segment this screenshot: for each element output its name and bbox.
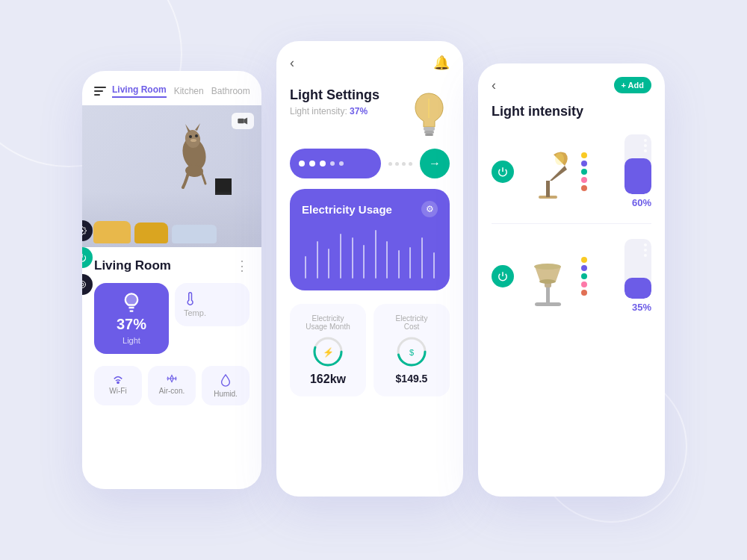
options-menu[interactable]: ⋮: [235, 258, 249, 274]
light-icon: [121, 292, 142, 313]
aircon-card[interactable]: Air-con.: [148, 366, 196, 405]
light-intensity-title: Light intensity: [478, 101, 665, 128]
slider-dot-v: [644, 254, 647, 257]
video-button[interactable]: [232, 113, 254, 129]
electricity-settings-icon[interactable]: ⚙: [421, 201, 438, 217]
svg-point-9: [190, 139, 196, 142]
lamp1-fill: [624, 158, 651, 194]
color-yellow[interactable]: [581, 257, 587, 263]
slider-dot: [309, 161, 315, 167]
lamp2-percentage: 35%: [632, 302, 651, 313]
lamp-item-1: 60%: [478, 128, 665, 214]
phone-light-intensity: ‹ + Add Light intensity: [478, 63, 665, 497]
temp-control-card[interactable]: Temp.: [175, 283, 249, 326]
phone2-header: ‹ 🔔: [276, 41, 463, 78]
aircon-label: Air-con.: [159, 387, 185, 395]
color-yellow[interactable]: [581, 152, 587, 158]
svg-marker-5: [185, 124, 190, 132]
cost-stat-card: ElectricityCost $ $149.5: [374, 304, 450, 396]
tab-bathroom[interactable]: Bathroom: [211, 86, 249, 96]
svg-point-0: [82, 230, 84, 232]
lamp1-vertical-slider[interactable]: [624, 134, 651, 194]
slider-dot: [299, 161, 305, 167]
color-red[interactable]: [581, 290, 587, 296]
indicator-dot: [395, 162, 399, 166]
svg-point-7: [189, 135, 192, 138]
camera-side-button[interactable]: [82, 274, 93, 295]
back-button-3[interactable]: ‹: [492, 78, 496, 93]
menu-icon[interactable]: [94, 87, 106, 96]
svg-point-32: [534, 264, 561, 270]
bar-item: [302, 256, 310, 279]
slider-dots-vertical-2: [644, 239, 647, 261]
next-arrow-button[interactable]: →: [420, 149, 450, 178]
add-button[interactable]: + Add: [614, 77, 651, 93]
wifi-icon: [111, 373, 125, 384]
slider-dot-v: [644, 144, 647, 147]
humidity-icon: [220, 373, 231, 387]
svg-point-2: [82, 283, 84, 286]
usage-value: 162kw: [310, 373, 346, 386]
bar-item: [383, 241, 391, 279]
cost-circle: $: [395, 335, 428, 368]
light-label: Light: [123, 336, 140, 345]
bar-item: [406, 247, 415, 279]
svg-point-33: [539, 279, 556, 284]
svg-point-27: [555, 153, 564, 165]
back-button[interactable]: ‹: [290, 55, 294, 71]
color-purple[interactable]: [581, 161, 587, 167]
slider-dot-v: [644, 139, 647, 142]
color-pink[interactable]: [581, 281, 587, 287]
lamp2-vertical-slider[interactable]: [624, 239, 651, 299]
color-pink[interactable]: [581, 177, 587, 183]
usage-label: ElectricityUsage Month: [306, 314, 350, 331]
lamp1-power-button[interactable]: [492, 161, 514, 183]
tab-living-room[interactable]: Living Room: [112, 84, 167, 98]
indicator-dot: [409, 162, 412, 166]
indicator-dot: [402, 162, 406, 166]
light-control-card[interactable]: 37% Light: [94, 283, 169, 354]
lamp1-slider-container: 60%: [595, 134, 651, 208]
slider-row: →: [276, 149, 463, 178]
humid-card[interactable]: Humid.: [202, 366, 249, 405]
lamp1-color-palette: [581, 152, 587, 191]
light-slider[interactable]: [290, 149, 381, 178]
tab-kitchen[interactable]: Kitchen: [174, 86, 204, 96]
svg-marker-12: [244, 118, 247, 125]
wifi-card[interactable]: Wi-Fi: [94, 366, 142, 405]
notification-bell-icon[interactable]: 🔔: [433, 55, 450, 71]
slider-dot-v: [644, 249, 647, 252]
settings-side-button[interactable]: [82, 220, 93, 241]
room-info: Living Room ⋮ 37% Light: [82, 247, 261, 360]
svg-text:$: $: [409, 348, 414, 357]
color-green[interactable]: [581, 169, 587, 175]
humid-label: Humid.: [214, 390, 238, 398]
phone-living-room: Living Room Kitchen Bathroom: [82, 71, 261, 489]
slider-dot: [339, 161, 344, 166]
room-image: [82, 105, 261, 247]
usage-circle: ⚡: [311, 335, 344, 368]
slider-dot-v: [644, 149, 647, 152]
phone-light-settings: ‹ 🔔 Light Settings Light intensity: 37%: [276, 41, 463, 497]
slider-dot: [320, 161, 326, 167]
svg-point-13: [117, 382, 119, 383]
cost-value: $149.5: [396, 373, 428, 385]
power-side-button[interactable]: [82, 247, 93, 268]
lamp2-slider-container: 35%: [595, 239, 651, 313]
bar-item: [314, 241, 322, 279]
electricity-bars: [302, 226, 438, 279]
light-settings-section: Light Settings Light intensity: 37%: [276, 78, 463, 149]
lamp-item-2: 35%: [478, 233, 665, 319]
color-purple[interactable]: [581, 265, 587, 271]
svg-rect-16: [425, 134, 433, 136]
cat-image: [172, 120, 217, 195]
lamp2-color-palette: [581, 257, 587, 296]
lamp2-power-button[interactable]: [492, 265, 514, 287]
color-red[interactable]: [581, 185, 587, 191]
color-green[interactable]: [581, 273, 587, 279]
svg-rect-11: [238, 119, 244, 124]
lamp1-image: [521, 138, 574, 205]
dot-indicators: [388, 162, 412, 166]
light-settings-title: Light Settings: [290, 87, 379, 103]
bar-item: [418, 237, 427, 279]
